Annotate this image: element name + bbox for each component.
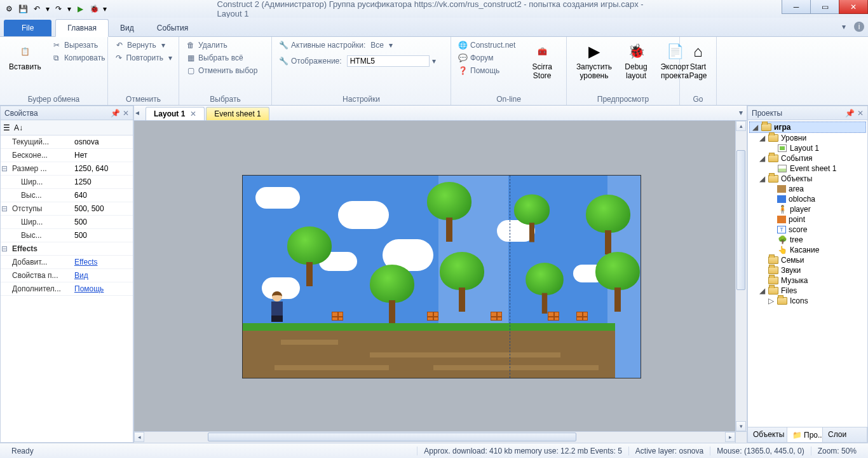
tree-node-objects[interactable]: ◢Объекты [749,174,866,184]
layout-rect[interactable] [242,175,641,378]
prop-row-unbounded[interactable]: Бесконе...Нет [1,149,133,162]
tree-node-icons[interactable]: ▷Icons [749,296,866,306]
tree-sprite[interactable] [514,194,550,242]
collapse-icon[interactable]: ⊟ [1,244,8,253]
tree-node-obj-player[interactable]: 🧍player [749,204,866,214]
vertical-scrollbar[interactable]: ▴ ▾ [735,121,747,431]
help-link[interactable]: ❓Помощь [456,65,517,76]
scroll-thumb[interactable] [208,433,576,441]
tree-sprite[interactable] [526,263,564,314]
point-sprite[interactable] [491,312,502,321]
ground-area[interactable] [243,331,615,378]
tree-sprite[interactable] [595,252,640,312]
tree-node-obj-area[interactable]: area [749,184,866,194]
qat-redo-dropdown-icon[interactable]: ▾ [66,3,72,15]
horizontal-scrollbar[interactable]: ◂ ▸ [134,432,735,443]
layout-canvas[interactable] [134,121,735,431]
tree-node-eventsheet1[interactable]: Event sheet 1 [749,163,866,174]
categorize-icon[interactable]: ☰ [3,123,10,132]
qat-undo-icon[interactable]: ↶ [31,3,43,15]
tab-dropdown-icon[interactable]: ▾ [739,108,743,117]
close-panel-icon[interactable]: ✕ [857,109,864,118]
ground-grass[interactable] [243,323,615,331]
tree-node-families[interactable]: Семьи [749,255,866,265]
pin-icon[interactable]: 📌 [845,109,855,118]
tree-node-obj-tree[interactable]: 🌳tree [749,235,866,245]
tab-scroll-left-icon[interactable]: ◂ [135,108,139,117]
tab-home[interactable]: Главная [55,19,109,37]
close-tab-icon[interactable]: ✕ [190,109,196,118]
doctab-eventsheet1[interactable]: Event sheet 1 [206,107,269,120]
scroll-left-icon[interactable]: ◂ [134,432,144,442]
tree-node-obj-point[interactable]: point [749,214,866,225]
prop-row-height[interactable]: Выс...640 [1,189,133,202]
view-link[interactable]: Вид [74,271,88,280]
prop-row-more-info[interactable]: Дополнител...Помощь [1,282,133,296]
effects-link[interactable]: Effects [74,258,97,267]
scroll-down-icon[interactable]: ▾ [736,421,746,431]
scroll-up-icon[interactable]: ▴ [736,121,746,131]
collapse-icon[interactable]: ⊟ [1,204,8,213]
bottom-tab-projects[interactable]: 📁Про... [787,427,823,442]
tree-node-obj-touch[interactable]: 👆Касание [749,245,866,255]
tree-node-sounds[interactable]: Звуки [749,265,866,275]
tree-node-events[interactable]: ◢События [749,153,866,163]
tree-node-obj-score[interactable]: Tscore [749,225,866,235]
pin-icon[interactable]: 📌 [111,109,120,118]
prop-row-size[interactable]: ⊟Размер ...1250, 640 [1,162,133,176]
qat-app-icon[interactable]: ⚙ [3,3,15,15]
scroll-right-icon[interactable]: ▸ [725,432,735,442]
doctab-layout1[interactable]: Layout 1✕ [146,107,205,120]
qat-undo-dropdown-icon[interactable]: ▾ [44,3,51,15]
prop-category-effects[interactable]: ⊟Effects [1,242,133,256]
chevron-down-icon[interactable]: ▾ [432,57,436,66]
tree-node-root[interactable]: ◢игра [749,121,866,133]
select-all-button[interactable]: ▦Выбрать всё [184,52,266,64]
minimize-button[interactable]: ─ [782,0,811,14]
construct-net-link[interactable]: 🌐Construct.net [456,39,517,51]
bottom-tab-layers[interactable]: Слои [823,427,867,442]
close-button[interactable]: ✕ [839,0,868,14]
prop-row-project-properties[interactable]: Свойства п...Вид [1,269,133,282]
point-sprite[interactable] [427,312,438,321]
scirra-store-button[interactable]: 🧰 Scirra Store [523,39,561,81]
help-icon[interactable]: i [854,22,864,32]
tree-node-music[interactable]: Музыка [749,275,866,286]
tab-file[interactable]: File [4,20,51,36]
delete-button[interactable]: 🗑Удалить [184,39,266,51]
sort-az-icon[interactable]: A↓ [14,123,23,132]
qat-customize-dropdown-icon[interactable]: ▾ [102,3,108,15]
active-config-value[interactable]: Все [370,41,384,50]
display-select[interactable] [347,55,430,67]
prop-row-margins[interactable]: ⊟Отступы500, 500 [1,202,133,216]
prop-row-margin-width[interactable]: Шир...500 [1,216,133,229]
qat-redo-icon[interactable]: ↷ [52,3,65,15]
prop-row-add-effect[interactable]: Добавит...Effects [1,256,133,269]
point-sprite[interactable] [576,312,588,321]
prop-row-current-layer[interactable]: Текущий...osnova [1,135,133,149]
start-page-button[interactable]: ⌂Start Page [685,39,711,81]
prop-row-margin-height[interactable]: Выс...500 [1,229,133,242]
forum-link[interactable]: 💬Форум [456,52,517,64]
cut-button[interactable]: ✂Вырезать [50,39,107,51]
close-panel-icon[interactable]: ✕ [123,109,129,118]
deselect-button[interactable]: ▢Отменить выбор [184,65,266,76]
debug-layout-button[interactable]: 🐞Debug layout [619,39,653,81]
prop-row-width[interactable]: Шир...1250 [1,176,133,189]
point-sprite[interactable] [548,312,559,321]
cloud-sprite[interactable] [255,187,300,209]
cloud-sprite[interactable] [338,201,389,229]
tree-sprite[interactable] [370,265,414,324]
tree-sprite[interactable] [287,226,332,286]
maximize-button[interactable]: ▭ [810,0,839,14]
point-sprite[interactable] [332,312,343,321]
tab-events[interactable]: События [146,20,200,36]
redo-button[interactable]: ↷Повторить▾ [113,52,173,64]
tree-sprite[interactable] [586,195,630,254]
tree-node-levels[interactable]: ◢Уровни [749,133,866,143]
scroll-thumb[interactable] [736,150,745,290]
undo-button[interactable]: ↶Вернуть▾ [113,39,173,51]
help-link[interactable]: Помощь [74,284,104,293]
chevron-down-icon[interactable]: ▾ [389,41,393,50]
tree-node-layout1[interactable]: Layout 1 [749,143,866,153]
